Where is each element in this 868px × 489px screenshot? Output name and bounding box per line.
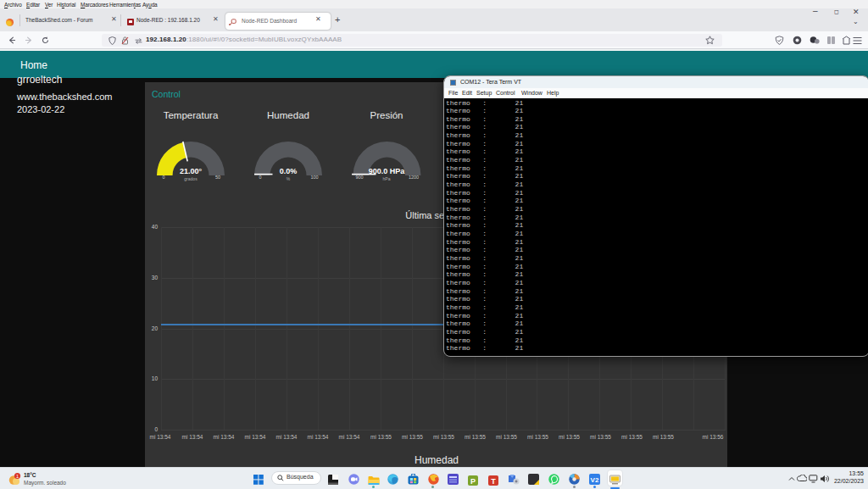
svg-text:1: 1 [16, 474, 19, 479]
svg-text:P: P [470, 477, 476, 486]
svg-text:T: T [491, 477, 496, 486]
svg-text:V2: V2 [591, 476, 599, 484]
